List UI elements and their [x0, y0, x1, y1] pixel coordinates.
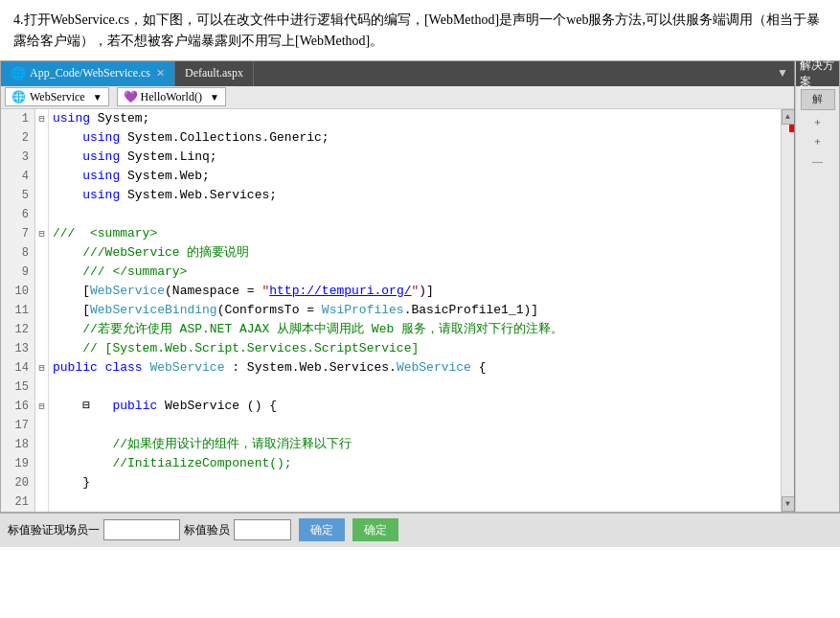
line-num-9: 9 [1, 263, 34, 282]
scroll-track[interactable] [782, 125, 795, 496]
line-num-17: 17 [1, 416, 34, 435]
code-line-5[interactable]: using System.Web.Services; [53, 186, 777, 205]
code-line-17[interactable] [53, 416, 777, 435]
code-line-9[interactable]: /// </summary> [53, 263, 777, 282]
code-line-8[interactable]: ///WebService 的摘要说明 [53, 243, 777, 263]
line-num-6: 6 [1, 205, 34, 224]
line-num-15: 15 [1, 378, 34, 397]
collapse-18 [35, 435, 48, 454]
line-num-13: 13 [1, 339, 34, 358]
vertical-scrollbar[interactable]: ▲ ▼ [781, 109, 794, 512]
code-line-13[interactable]: // [System.Web.Script.Services.ScriptSer… [53, 339, 777, 358]
code-line-15[interactable] [53, 378, 777, 397]
collapse-11 [35, 301, 48, 320]
code-line-21[interactable] [53, 492, 777, 512]
webservice-class-icon: 🌐 [11, 90, 26, 104]
code-line-1[interactable]: using System; [53, 109, 777, 128]
code-line-14[interactable]: public class WebService : System.Web.Ser… [53, 358, 777, 378]
code-container: 1 2 3 4 5 6 7 8 9 10 11 12 13 14 15 16 1… [1, 109, 794, 512]
line-num-19: 19 [1, 454, 34, 473]
method-dropdown-arrow: ▼ [210, 92, 219, 103]
error-marker [789, 125, 795, 132]
description-text: 4.打开WebService.cs，如下图，可以在改文件中进行逻辑代码的编写，[… [0, 0, 840, 60]
line-num-8: 8 [1, 243, 34, 263]
sidebar-btn-solution[interactable]: 解 [801, 89, 835, 110]
line-num-18: 18 [1, 435, 34, 454]
line-num-20: 20 [1, 473, 34, 492]
collapse-15 [35, 378, 48, 397]
code-line-6[interactable] [53, 205, 777, 224]
code-line-2[interactable]: using System.Collections.Generic; [53, 128, 777, 148]
scroll-down-arrow[interactable]: ▼ [782, 496, 795, 512]
code-line-19[interactable]: //InitializeComponent(); [53, 454, 777, 473]
line-num-14: 14 [1, 358, 34, 378]
dropdown-bar: 🌐 WebService ▼ 💜 HelloWorld() ▼ [1, 86, 794, 109]
scroll-up-arrow[interactable]: ▲ [782, 109, 795, 125]
collapse-16[interactable]: ⊟ [35, 397, 48, 416]
line-num-2: 2 [1, 128, 34, 148]
collapse-13 [35, 339, 48, 358]
tab-close-icon[interactable]: ✕ [156, 67, 165, 80]
tab-bar-spacer [254, 61, 771, 86]
collapse-14[interactable]: ⊟ [35, 358, 48, 378]
collapse-6 [35, 205, 48, 224]
code-line-10[interactable]: [WebService(Namespace = "http://tempuri.… [53, 282, 777, 301]
line-num-3: 3 [1, 148, 34, 167]
collapse-20 [35, 473, 48, 492]
bottom-bar: 标值验证现场员一 标值验员 确定 确定 [0, 513, 840, 547]
tab-bar: 🌐 App_Code/WebService.cs ✕ Default.aspx … [1, 61, 794, 86]
collapse-21 [35, 492, 48, 512]
collapse-3 [35, 148, 48, 167]
class-dropdown[interactable]: 🌐 WebService ▼ [5, 87, 109, 106]
editor-panel: 🌐 App_Code/WebService.cs ✕ Default.aspx … [1, 61, 795, 512]
collapse-7[interactable]: ⊟ [35, 224, 48, 243]
bottom-input-group-1: 标值验证现场员一 标值验员 [8, 519, 291, 540]
code-line-16[interactable]: ⊟ public WebService () { [53, 397, 777, 416]
code-line-20[interactable]: } [53, 473, 777, 492]
code-line-12[interactable]: //若要允许使用 ASP.NET AJAX 从脚本中调用此 Web 服务，请取消… [53, 320, 777, 339]
bottom-input-2[interactable] [234, 519, 291, 540]
collapse-2 [35, 128, 48, 148]
collapse-5 [35, 186, 48, 205]
collapse-4 [35, 167, 48, 186]
tab-overflow-arrow[interactable]: ▼ [771, 61, 794, 86]
code-line-11[interactable]: [WebServiceBinding(ConformsTo = WsiProfi… [53, 301, 777, 320]
bottom-input-1[interactable] [103, 519, 180, 540]
line-numbers: 1 2 3 4 5 6 7 8 9 10 11 12 13 14 15 16 1… [1, 109, 35, 512]
method-dropdown[interactable]: 💜 HelloWorld() ▼ [117, 87, 226, 106]
ok-button[interactable]: 确定 [352, 518, 398, 541]
right-sidebar: 解决方案 解 ＋ ＋ — [795, 61, 839, 512]
collapse-12 [35, 320, 48, 339]
line-num-10: 10 [1, 282, 34, 301]
bottom-label-1: 标值验证现场员一 [8, 522, 100, 538]
sidebar-expand-2[interactable]: ＋ [796, 132, 839, 151]
line-num-4: 4 [1, 167, 34, 186]
line-num-7: 7 [1, 224, 34, 243]
sidebar-expand-1[interactable]: ＋ [796, 113, 839, 132]
collapse-9 [35, 263, 48, 282]
collapse-10 [35, 282, 48, 301]
tab-default-aspx[interactable]: Default.aspx [175, 61, 254, 86]
line-num-12: 12 [1, 320, 34, 339]
line-num-21: 21 [1, 492, 34, 512]
collapse-8 [35, 243, 48, 263]
editor-container: 🌐 App_Code/WebService.cs ✕ Default.aspx … [0, 60, 840, 513]
bottom-label-2: 标值验员 [184, 522, 230, 538]
line-num-11: 11 [1, 301, 34, 320]
code-line-3[interactable]: using System.Linq; [53, 148, 777, 167]
code-line-7[interactable]: /// <summary> [53, 224, 777, 243]
collapse-19 [35, 454, 48, 473]
method-icon: 💜 [124, 90, 138, 104]
code-line-4[interactable]: using System.Web; [53, 167, 777, 186]
code-lines: using System; using System.Collections.G… [49, 109, 781, 512]
line-num-1: 1 [1, 109, 34, 128]
tab-webservice-cs[interactable]: 🌐 App_Code/WebService.cs ✕ [1, 61, 175, 86]
confirm-button[interactable]: 确定 [299, 518, 345, 541]
line-num-16: 16 [1, 397, 34, 416]
collapse-17 [35, 416, 48, 435]
collapse-indicators: ⊟ ⊟ ⊟ ⊟ [35, 109, 49, 512]
class-dropdown-arrow: ▼ [93, 92, 102, 103]
sidebar-expand-3[interactable]: — [796, 151, 839, 171]
code-line-18[interactable]: //如果使用设计的组件，请取消注释以下行 [53, 435, 777, 454]
collapse-1[interactable]: ⊟ [35, 109, 48, 128]
